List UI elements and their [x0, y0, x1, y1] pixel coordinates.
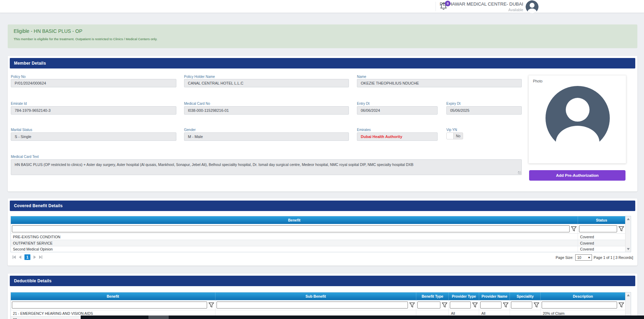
pager-next-button[interactable] [34, 255, 36, 259]
page-summary: Page 1 of 1 [ 3 Records] [594, 255, 633, 260]
deductible-col-sub-benefit[interactable]: Sub Benefit [215, 292, 417, 300]
expiry-dt-label: Expiry Dt [446, 102, 461, 106]
deductible-benefit-filter-input[interactable] [12, 302, 207, 309]
eligibility-banner: Eligible - HN BASIC PLUS - OP This membe… [8, 24, 637, 48]
covered-benefits-header: Covered Benefit Details [10, 201, 635, 211]
pager-current-page[interactable]: 1 [24, 254, 30, 260]
scroll-up-icon[interactable] [627, 294, 630, 296]
deductible-table-scrollbar[interactable] [625, 292, 631, 319]
covered-filter-row [11, 224, 631, 233]
vip-yn-label: Vip YN [446, 128, 457, 132]
filter-icon[interactable] [472, 302, 478, 308]
deductible-filter-cell [215, 300, 417, 310]
filter-icon[interactable] [534, 302, 539, 308]
deductible-filter-cell [449, 300, 479, 310]
filter-icon[interactable] [208, 302, 214, 308]
deductible-col-speciality[interactable]: Speciality [510, 292, 541, 300]
deductible-sub-benefit-filter-input[interactable] [217, 302, 408, 309]
filter-icon[interactable] [503, 302, 508, 308]
covered-table-scrollbar[interactable] [625, 216, 631, 252]
page-size-value: 10 [577, 255, 588, 260]
vip-toggle-value: No [454, 133, 463, 139]
emirate-id-field: 784-1979-9652140-3 [11, 106, 176, 115]
gender-field: M - Male [184, 132, 349, 141]
deductible-col-benefit[interactable]: Benefit [11, 292, 215, 300]
deductible-details-title: Deductible Details [14, 278, 52, 283]
resize-grip-icon[interactable] [518, 171, 521, 174]
deductible-provider-type-filter-input[interactable] [450, 302, 471, 309]
member-photo-avatar [546, 86, 610, 150]
deductible-filter-row [11, 300, 631, 310]
name-field: OKEZIE THEOPHILIUS NDUCHE [357, 79, 522, 87]
deductible-speciality-filter-input[interactable] [511, 302, 532, 309]
emirates-label: Emirates [357, 128, 371, 132]
deductible-filter-cell [11, 300, 215, 310]
add-pre-authorization-button[interactable]: Add Pre-Authorization [529, 170, 625, 181]
covered-status-filter-cell [578, 224, 625, 233]
deductible-table-header-row: Benefit Sub Benefit Benefit Type Provide… [11, 292, 631, 300]
scroll-up-icon[interactable] [627, 218, 630, 220]
policy-holder-field: CANAL CENTRAL HOTEL L.L.C [184, 79, 349, 87]
page-size-select[interactable]: 10 ▼ [575, 254, 592, 261]
filter-icon[interactable] [571, 226, 577, 232]
covered-row[interactable]: PRE-EXISTING CONDITION Covered [11, 233, 631, 240]
member-details-header: Member Details [10, 58, 635, 68]
pager-last-button[interactable] [39, 255, 42, 259]
entry-dt-label: Entry Dt [357, 102, 369, 106]
filter-icon[interactable] [619, 302, 624, 308]
filter-icon[interactable] [442, 302, 447, 308]
filter-icon[interactable] [409, 302, 415, 308]
covered-row-benefit: Second Medical Opinion [11, 246, 578, 252]
gender-label: Gender [184, 128, 196, 132]
photo-panel: Photo [528, 75, 626, 164]
marital-status-field: S - Single [11, 132, 176, 141]
emirates-value: Dubai Health Authority [361, 135, 402, 139]
covered-pager: 1 [13, 254, 42, 260]
vip-toggle[interactable]: No [446, 132, 463, 139]
deductible-benefit-type-filter-input[interactable] [417, 302, 440, 309]
deductible-col-provider-name[interactable]: Provider Name [479, 292, 510, 300]
pager-prev-button[interactable] [19, 255, 21, 259]
covered-benefit-filter-input[interactable] [12, 225, 570, 232]
expiry-dt-field: 05/06/2025 [446, 106, 522, 115]
availability-status: Available [437, 8, 523, 12]
photo-label: Photo [533, 79, 542, 83]
deductible-col-provider-type[interactable]: Provider Type [449, 292, 479, 300]
deductible-filter-cell [510, 300, 541, 310]
covered-row[interactable]: OUTPATIENT SERVICE Covered [11, 240, 631, 246]
bottom-scrollbar-thumb[interactable] [148, 316, 169, 319]
medical-card-text-label: Medical Card Text [11, 155, 39, 159]
filter-icon[interactable] [619, 226, 624, 232]
deductible-description-filter-input[interactable] [542, 302, 617, 309]
vip-toggle-knob [447, 133, 454, 139]
covered-page-info: Page Size: 10 ▼ Page 1 of 1 [ 3 Records] [556, 254, 633, 261]
deductible-col-description[interactable]: Description [541, 292, 625, 300]
covered-status-filter-input[interactable] [579, 225, 617, 232]
deductible-filter-cell [479, 300, 510, 310]
covered-row-status: Covered [578, 240, 625, 246]
covered-benefits-title: Covered Benefit Details [14, 203, 63, 208]
deductible-col-benefit-type[interactable]: Benefit Type [416, 292, 449, 300]
deductible-provider-name-filter-input[interactable] [480, 302, 502, 309]
pager-first-button[interactable] [13, 255, 16, 259]
covered-col-benefit[interactable]: Benefit [11, 216, 578, 224]
policy-holder-label: Policy Holder Name [184, 75, 215, 79]
covered-col-status[interactable]: Status [578, 216, 625, 224]
notification-badge: 0 [445, 1, 451, 6]
policy-no-label: Policy No [11, 75, 25, 79]
user-avatar[interactable] [526, 0, 539, 13]
policy-no-field: P/01/2024/000624 [11, 79, 176, 87]
page-size-label: Page Size: [556, 255, 573, 260]
medical-card-no-label: Medical Card No [184, 102, 210, 106]
medical-card-text-area[interactable]: HN BASIC PLUS (OP restricted to clinics)… [11, 159, 522, 175]
scroll-down-icon[interactable] [627, 248, 630, 250]
deductible-filter-cell [416, 300, 449, 310]
covered-row[interactable]: Second Medical Opinion Covered [11, 246, 631, 252]
emirates-field: Dubai Health Authority [357, 132, 438, 141]
member-details-title: Member Details [14, 61, 46, 66]
top-bar: 0 PESHAWAR MEDICAL CENTRE- DUBAI Availab… [0, 0, 644, 13]
covered-row-benefit: OUTPATIENT SERVICE [11, 240, 578, 246]
entry-dt-field: 06/06/2024 [357, 106, 438, 115]
deductible-details-header: Deductible Details [10, 276, 635, 286]
covered-table-header-row: Benefit Status [11, 216, 631, 224]
